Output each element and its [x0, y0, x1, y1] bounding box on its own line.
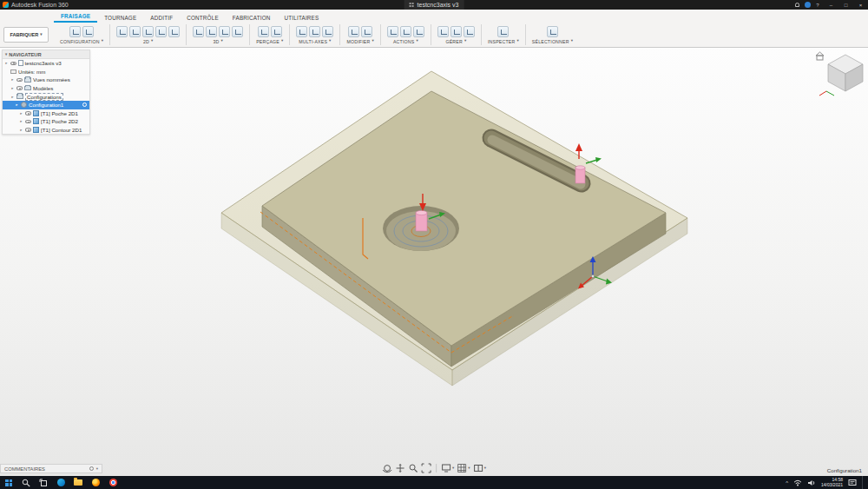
comments-bar[interactable]: COMMENTAIRES ▾ [0, 464, 102, 473]
network-wifi-icon[interactable] [793, 479, 802, 486]
file-explorer-taskbar-icon[interactable] [69, 476, 87, 489]
tree-item-units[interactable]: Unités: mm [3, 68, 89, 76]
action-center-icon[interactable] [848, 479, 857, 486]
2d-engrave-icon[interactable] [168, 26, 180, 37]
2d-face-icon[interactable] [116, 26, 128, 37]
edge-taskbar-icon[interactable] [52, 476, 69, 489]
tree-item-poche-2d2[interactable]: ▸ [T1] Poche 2D2 [3, 117, 89, 126]
group-label-inspecter[interactable]: INSPECTER▾ [488, 39, 519, 44]
tab-fabrication[interactable]: FABRICATION [226, 13, 278, 23]
visibility-eye-icon[interactable] [10, 62, 16, 66]
machine-library-icon[interactable] [464, 26, 475, 37]
view-cube[interactable] [819, 55, 863, 96]
tree-item-root[interactable]: ▸ testcnc3axis v3 [3, 59, 89, 68]
tray-chevron-icon[interactable]: ^ [786, 480, 788, 486]
display-settings-button[interactable]: ▾ [441, 463, 454, 473]
close-button[interactable]: × [853, 0, 868, 10]
stock-setup-icon[interactable] [82, 26, 94, 37]
visibility-eye-icon[interactable] [25, 128, 31, 132]
2d-slot-icon[interactable] [155, 26, 167, 37]
group-label-gerer[interactable]: GÉRER▾ [445, 39, 466, 44]
pocket-clearing-icon[interactable] [206, 26, 217, 37]
generate-toolpath-icon[interactable] [387, 26, 398, 37]
tab-tournage[interactable]: TOURNAGE [97, 13, 143, 23]
expand-arrow-icon[interactable]: ▸ [10, 77, 15, 82]
multi-axis-contour-icon[interactable] [309, 26, 320, 37]
bore-icon[interactable] [271, 26, 282, 37]
home-view-icon[interactable] [816, 52, 824, 60]
measure-icon[interactable] [497, 26, 509, 37]
group-label-configuration[interactable]: CONFIGURATION▾ [60, 39, 103, 44]
expand-arrow-icon[interactable]: ▸ [4, 61, 9, 65]
group-label-2d[interactable]: 2D▾ [143, 39, 154, 44]
volume-icon[interactable] [807, 479, 816, 486]
tree-item-models[interactable]: ▸ Modèles [3, 84, 89, 93]
2d-contour-icon[interactable] [129, 26, 141, 37]
group-label-percage[interactable]: PERÇAGE▾ [256, 39, 283, 44]
post-process-icon[interactable] [413, 26, 424, 37]
simulate-icon[interactable] [400, 26, 411, 37]
navigator-header[interactable]: ▾ NAVIGATEUR [3, 50, 89, 59]
grid-snaps-button[interactable]: ▾ [457, 463, 470, 473]
document-tab[interactable]: testcnc3axis v3 [404, 0, 464, 10]
2d-pocket-icon[interactable] [142, 26, 154, 37]
drill-icon[interactable] [258, 26, 269, 37]
maximize-button[interactable]: □ [838, 0, 853, 10]
tree-item-configuration1[interactable]: ▸ Configuration1 [3, 101, 89, 109]
active-configuration-badge[interactable] [82, 102, 87, 107]
help-icon[interactable]: ? [812, 3, 824, 8]
templates-icon[interactable] [450, 26, 462, 37]
group-label-selectionner[interactable]: SÉLECTIONNER▾ [532, 39, 573, 44]
expand-arrow-icon[interactable]: ▸ [10, 86, 15, 90]
tree-item-configurations[interactable]: ▸ Configurations [3, 92, 89, 101]
task-view-button[interactable] [35, 476, 52, 489]
workspace-selector[interactable]: FABRIQUER ▾ [3, 27, 49, 43]
orbit-button[interactable] [382, 463, 392, 473]
minimize-button[interactable]: – [824, 0, 838, 10]
visibility-eye-icon[interactable] [16, 86, 23, 90]
swarf-icon[interactable] [296, 26, 307, 37]
tree-item-contour-2d1[interactable]: ▸ [T1] Contour 2D1 [3, 126, 89, 135]
expand-arrow-icon[interactable]: ▸ [19, 128, 23, 132]
adaptive-clearing-icon[interactable] [193, 26, 204, 37]
user-avatar[interactable] [803, 2, 812, 8]
expand-arrow-icon[interactable]: ▸ [10, 95, 15, 99]
contour-3d-icon[interactable] [232, 26, 243, 37]
group-label-multi-axes[interactable]: MULTI-AXES▾ [299, 39, 331, 44]
taskbar-clock[interactable]: 14:58 14/03/2021 [821, 478, 843, 487]
group-label-3d[interactable]: 3D▾ [213, 39, 223, 44]
tab-utilitaires[interactable]: UTILITAIRES [278, 13, 326, 23]
expand-arrow-icon[interactable]: ▸ [19, 111, 23, 116]
flow-icon[interactable] [322, 26, 333, 37]
expand-arrow-icon[interactable]: ▸ [19, 119, 23, 123]
machined-part[interactable] [262, 91, 666, 367]
select-icon[interactable] [547, 26, 558, 37]
chrome-taskbar-icon[interactable] [104, 476, 122, 489]
zoom-button[interactable] [408, 463, 418, 473]
tab-additif[interactable]: ADDITIF [143, 13, 180, 23]
tab-controle[interactable]: CONTRÔLE [180, 13, 226, 23]
trim-toolpath-icon[interactable] [348, 26, 359, 37]
new-setup-icon[interactable] [69, 26, 81, 37]
visibility-eye-icon[interactable] [16, 78, 23, 83]
expand-chevron-icon[interactable]: ▾ [96, 466, 98, 471]
notifications-bell-icon[interactable] [791, 3, 803, 8]
visibility-eye-icon[interactable] [25, 111, 31, 116]
show-desktop-button[interactable] [862, 476, 865, 489]
tree-item-poche-2d1[interactable]: ▸ [T1] Poche 2D1 [3, 109, 89, 118]
tool-library-icon[interactable] [437, 26, 449, 37]
group-label-actions[interactable]: ACTIONS▾ [393, 39, 418, 44]
viewports-button[interactable]: ▾ [473, 463, 486, 473]
tree-item-named-views[interactable]: ▸ Vues nommées [3, 76, 89, 84]
pan-button[interactable] [395, 463, 405, 473]
visibility-eye-icon[interactable] [25, 120, 31, 124]
expand-arrow-icon[interactable]: ▸ [15, 102, 19, 107]
group-label-modifier[interactable]: MODIFIER▾ [346, 39, 373, 44]
firefox-taskbar-icon[interactable] [87, 476, 104, 489]
start-button[interactable] [0, 476, 17, 489]
fit-view-button[interactable] [421, 463, 431, 473]
parallel-icon[interactable] [219, 26, 230, 37]
3d-viewport[interactable] [0, 48, 868, 476]
tab-fraisage[interactable]: FRAISAGE [54, 11, 97, 23]
edit-toolpath-icon[interactable] [361, 26, 372, 37]
